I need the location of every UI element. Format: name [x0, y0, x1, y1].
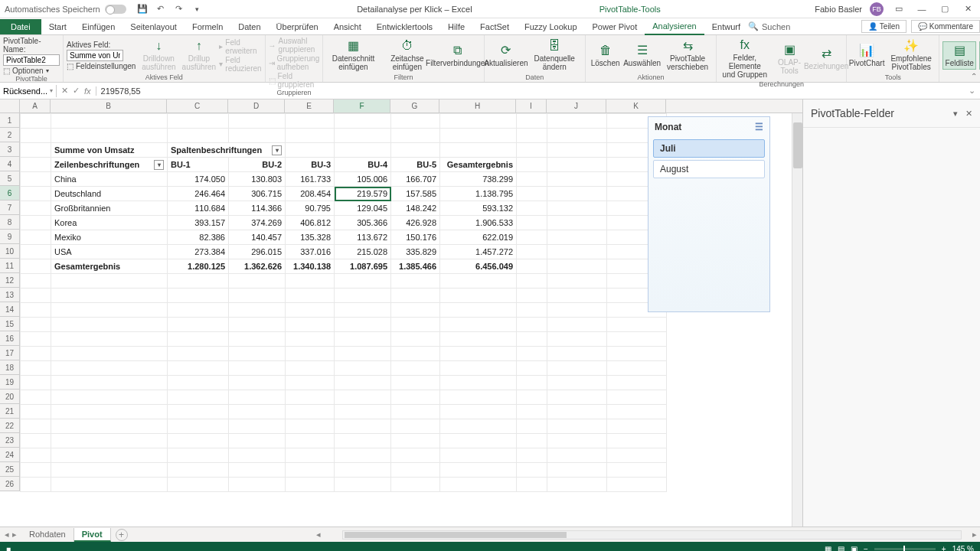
cell[interactable]: [51, 274, 168, 289]
cell[interactable]: [335, 347, 391, 361]
cell[interactable]: [335, 405, 391, 419]
cell[interactable]: [21, 201, 51, 216]
col-header-A[interactable]: A: [20, 99, 51, 112]
cell[interactable]: [21, 274, 51, 289]
cell[interactable]: [229, 419, 286, 434]
cell[interactable]: [335, 303, 391, 318]
cell[interactable]: [517, 478, 547, 492]
tab-analysieren[interactable]: Analysieren: [645, 18, 704, 35]
tab-powerpivot[interactable]: Power Pivot: [585, 19, 645, 34]
cell[interactable]: [440, 405, 517, 419]
cell[interactable]: 296.015: [229, 245, 286, 259]
cell[interactable]: [391, 129, 440, 143]
field-pane-close-icon[interactable]: ✕: [965, 109, 972, 119]
cell[interactable]: [391, 419, 440, 434]
cell[interactable]: [335, 332, 391, 347]
cell[interactable]: 82.386: [168, 230, 229, 245]
cell[interactable]: 130.803: [229, 172, 286, 187]
qat-customize-icon[interactable]: ▾: [192, 4, 203, 15]
row-header-12[interactable]: 12: [0, 273, 20, 288]
cell[interactable]: [21, 187, 51, 201]
col-header-G[interactable]: G: [390, 99, 439, 112]
row-header-14[interactable]: 14: [0, 302, 20, 317]
cell[interactable]: [440, 419, 517, 434]
cell[interactable]: [335, 114, 391, 129]
cell[interactable]: [547, 245, 607, 259]
horizontal-scrollbar[interactable]: [342, 530, 962, 540]
cell[interactable]: [517, 158, 547, 172]
cell[interactable]: [547, 259, 607, 274]
cell[interactable]: [547, 230, 607, 245]
fx-label[interactable]: fx: [84, 86, 96, 96]
cell[interactable]: BU-5: [391, 158, 440, 172]
cell[interactable]: BU-1: [168, 158, 229, 172]
row-header-5[interactable]: 5: [0, 171, 20, 186]
refresh-button[interactable]: ⟳Aktualisieren: [488, 42, 524, 69]
tab-ansicht[interactable]: Ansicht: [326, 19, 369, 34]
cell[interactable]: [286, 463, 335, 478]
drillup-button[interactable]: ↑Drillup ausführen: [181, 37, 216, 73]
select-all-corner[interactable]: [0, 99, 20, 112]
zoom-level[interactable]: 145 %: [952, 545, 974, 552]
cell[interactable]: [391, 318, 440, 332]
cell[interactable]: [51, 376, 168, 390]
cell[interactable]: [547, 318, 607, 332]
col-header-E[interactable]: E: [285, 99, 334, 112]
cell[interactable]: [21, 114, 51, 129]
cell[interactable]: [517, 289, 547, 303]
cell[interactable]: [21, 245, 51, 259]
view-page-layout-icon[interactable]: ▤: [838, 545, 844, 552]
insert-slicer-button[interactable]: ▦Datenschnitt einfügen: [326, 37, 381, 73]
cell[interactable]: [335, 390, 391, 405]
cell[interactable]: [21, 434, 51, 448]
cell[interactable]: [547, 463, 607, 478]
sheet-nav-next-icon[interactable]: ▸: [12, 530, 17, 540]
cell[interactable]: [168, 347, 229, 361]
cell[interactable]: [607, 448, 667, 463]
tab-daten[interactable]: Daten: [230, 19, 268, 34]
cell[interactable]: [517, 419, 547, 434]
cell[interactable]: [21, 361, 51, 376]
cell[interactable]: [21, 230, 51, 245]
cell[interactable]: [391, 289, 440, 303]
cell[interactable]: [517, 129, 547, 143]
cell[interactable]: [286, 143, 335, 158]
cell[interactable]: [517, 405, 547, 419]
cell[interactable]: [21, 216, 51, 230]
row-header-16[interactable]: 16: [0, 331, 20, 346]
row-header-8[interactable]: 8: [0, 215, 20, 230]
cell[interactable]: 150.176: [391, 230, 440, 245]
record-macro-icon[interactable]: ■: [6, 545, 11, 552]
share-button[interactable]: 👤 Teilen: [861, 20, 906, 33]
col-header-J[interactable]: J: [547, 99, 606, 112]
cell[interactable]: [21, 390, 51, 405]
cell[interactable]: [607, 332, 667, 347]
cell[interactable]: [547, 448, 607, 463]
cell[interactable]: 161.733: [286, 172, 335, 187]
cell[interactable]: 1.340.138: [286, 259, 335, 274]
tab-einfuegen[interactable]: Einfügen: [74, 19, 122, 34]
cell[interactable]: [335, 434, 391, 448]
slicer-monat[interactable]: Monat ☰ JuliAugust: [648, 116, 770, 312]
cell[interactable]: [547, 332, 607, 347]
cell[interactable]: 6.456.049: [440, 259, 517, 274]
cell[interactable]: [547, 114, 607, 129]
cell[interactable]: [517, 361, 547, 376]
cell[interactable]: [547, 361, 607, 376]
expand-formula-bar-icon[interactable]: ⌄: [964, 86, 980, 96]
cell[interactable]: [21, 419, 51, 434]
cell[interactable]: [440, 318, 517, 332]
cell[interactable]: 114.366: [229, 201, 286, 216]
cell[interactable]: [229, 274, 286, 289]
cell[interactable]: [335, 419, 391, 434]
cell[interactable]: 1.906.533: [440, 216, 517, 230]
cell[interactable]: [21, 303, 51, 318]
cell[interactable]: [547, 143, 607, 158]
cell[interactable]: [286, 390, 335, 405]
cell[interactable]: [547, 172, 607, 187]
worksheet-grid[interactable]: ABCDEFGHIJK 1234567891011121314151617181…: [0, 99, 802, 527]
cell[interactable]: [168, 289, 229, 303]
tab-factset[interactable]: FactSet: [472, 19, 517, 34]
cell[interactable]: [335, 463, 391, 478]
cell[interactable]: [440, 129, 517, 143]
